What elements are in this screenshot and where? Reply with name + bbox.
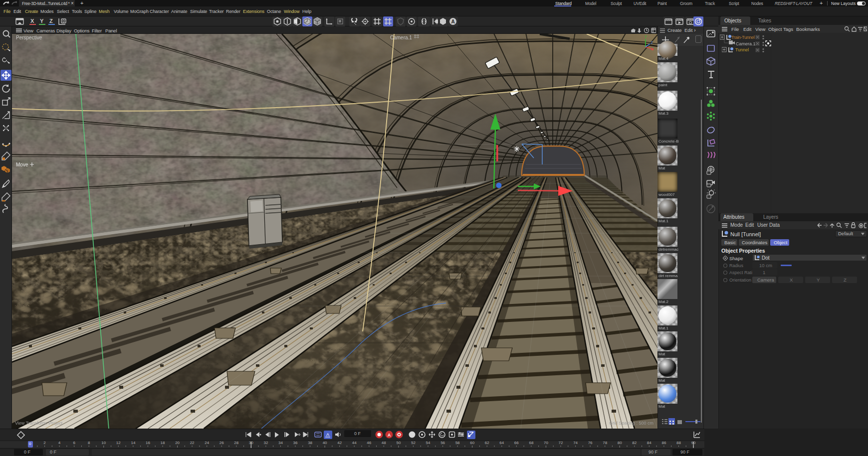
svg-text:76: 76 [588,441,593,445]
svg-text:A: A [451,19,454,24]
svg-text:52: 52 [411,441,416,445]
svg-text:88: 88 [676,441,681,445]
svg-text:64: 64 [499,441,504,445]
svg-text:74: 74 [573,441,578,445]
svg-text:16: 16 [146,441,150,445]
svg-text:6: 6 [73,441,75,445]
svg-text:Move: Move [16,162,28,167]
svg-text:20: 20 [175,441,180,445]
svg-text:46: 46 [367,441,371,445]
svg-text:86: 86 [661,441,666,445]
svg-text:60: 60 [470,441,474,445]
svg-text:A: A [388,433,391,438]
svg-text:A: A [326,432,329,437]
svg-text:58: 58 [455,441,460,445]
svg-text:Y: Y [645,34,648,39]
svg-text:50: 50 [396,441,401,445]
svg-text:78: 78 [603,441,607,445]
svg-text:34: 34 [278,441,283,445]
svg-text:32: 32 [263,441,268,445]
svg-text:36: 36 [293,441,298,445]
svg-text:Grid Spacing : 500 cm: Grid Spacing : 500 cm [609,421,653,426]
svg-text:82: 82 [632,441,637,445]
svg-text:66: 66 [514,441,519,445]
svg-text:8: 8 [88,441,90,445]
svg-text:56: 56 [440,441,445,445]
svg-text:10: 10 [101,441,106,445]
svg-text:4: 4 [58,441,61,445]
svg-text:14: 14 [131,441,135,445]
svg-text:38: 38 [308,441,312,445]
svg-text:80: 80 [618,441,622,445]
svg-text:48: 48 [382,441,386,445]
svg-text:Perspective: Perspective [16,35,42,40]
svg-text:84: 84 [647,441,651,445]
svg-text:View Transform: Project: View Transform: Project [15,421,63,426]
svg-text:42: 42 [337,441,342,445]
svg-text:26: 26 [219,441,224,445]
svg-text:62: 62 [485,441,489,445]
svg-text:44: 44 [352,441,357,445]
svg-text:2: 2 [43,441,46,445]
svg-text:24: 24 [205,441,209,445]
svg-text:54: 54 [426,441,431,445]
svg-text:70: 70 [544,441,548,445]
svg-text:72: 72 [559,441,563,445]
svg-text:68: 68 [529,441,533,445]
svg-text:Camera.1: Camera.1 [390,35,412,40]
svg-text:28: 28 [234,441,238,445]
svg-text:18: 18 [161,441,165,445]
svg-text:12: 12 [116,441,121,445]
svg-text:Z: Z [651,40,653,45]
svg-text:22: 22 [190,441,195,445]
svg-text:40: 40 [323,441,327,445]
